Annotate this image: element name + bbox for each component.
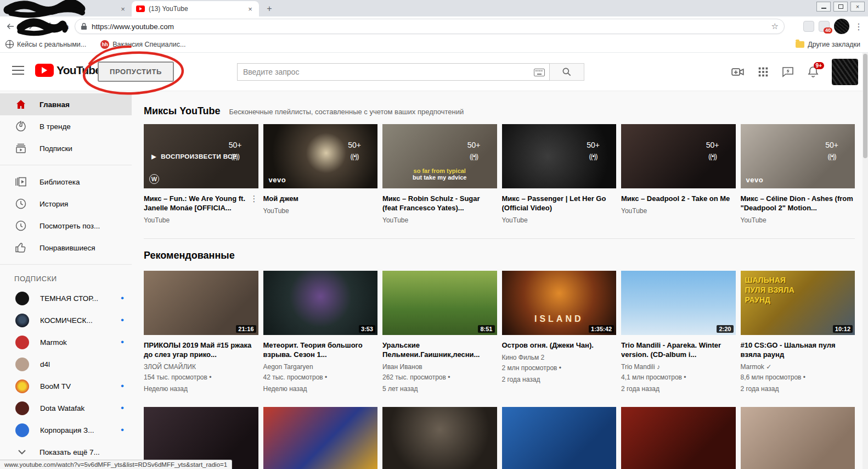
- video-channel[interactable]: Trio Mandili ♪: [621, 363, 736, 371]
- skip-button[interactable]: ПРОПУСТИТЬ: [98, 62, 174, 82]
- sidebar-item-home[interactable]: Главная: [0, 93, 132, 115]
- mix-card[interactable]: 50+ ((•)) so far from typical but take m…: [382, 124, 497, 224]
- video-card[interactable]: ISLAND 1:35:42 Остров огня. (Джеки Чан).…: [502, 271, 617, 394]
- video-thumbnail[interactable]: [621, 407, 736, 469]
- home-button[interactable]: ⌂: [58, 18, 75, 35]
- video-thumbnail[interactable]: 2:20: [621, 271, 736, 335]
- mix-card[interactable]: 50+ ((•)) vevo Мой джем YouTube: [263, 124, 378, 224]
- video-channel[interactable]: ЗЛОЙ СМАЙЛИК: [144, 363, 258, 371]
- mix-thumbnail[interactable]: 50+ ((•)) vevo: [263, 124, 378, 188]
- create-video-button[interactable]: [731, 65, 745, 79]
- scrollbar[interactable]: [863, 53, 868, 469]
- video-thumbnail[interactable]: [502, 407, 617, 469]
- forward-button[interactable]: [21, 18, 37, 35]
- mix-card-channel[interactable]: YouTube: [502, 216, 617, 224]
- messages-button[interactable]: [781, 65, 794, 79]
- video-title[interactable]: Trio Mandili - Apareka. Winter version. …: [621, 340, 736, 359]
- mix-thumbnail[interactable]: 50+ ((•)) vevo: [741, 124, 855, 188]
- new-tab-button[interactable]: +: [262, 2, 277, 16]
- apps-button[interactable]: [757, 66, 769, 78]
- video-thumbnail[interactable]: [741, 407, 855, 469]
- mix-card-title[interactable]: Микс – Deadpool 2 - Take on Me: [621, 194, 736, 203]
- mix-card[interactable]: ▶ ВОСПРОИЗВЕСТИ ВСЕ 50+ ((•)) W Микс – F…: [144, 124, 258, 224]
- video-card[interactable]: 8:51 Уральские Пельмени.Гаишник,лесни...…: [382, 271, 497, 394]
- sidebar-item-history[interactable]: История: [0, 193, 132, 215]
- subscription-channel[interactable]: КОСМИЧЕСК... •: [0, 309, 132, 331]
- video-channel[interactable]: Aegon Targaryen: [263, 363, 378, 371]
- video-thumbnail[interactable]: 8:51: [382, 271, 497, 335]
- bookmark-item-2[interactable]: hh Вакансия Специалис...: [100, 40, 185, 49]
- sidebar-item-library[interactable]: Библиотека: [0, 171, 132, 193]
- mix-thumbnail[interactable]: 50+ ((•)): [621, 124, 736, 188]
- mix-card-title[interactable]: Микс – Céline Dion - Ashes (from "Deadpo…: [741, 194, 855, 213]
- video-thumbnail[interactable]: 21:16: [144, 271, 258, 335]
- extension-icon-2[interactable]: 40: [819, 21, 830, 32]
- video-title[interactable]: Метеорит. Теория большого взрыва. Сезон …: [263, 340, 378, 359]
- mix-card-title[interactable]: Мой джем: [263, 194, 378, 203]
- window-close-button[interactable]: ×: [850, 2, 865, 12]
- guide-menu-button[interactable]: [12, 66, 24, 75]
- bookmark-star-icon[interactable]: ☆: [771, 21, 779, 31]
- other-bookmarks-button[interactable]: Другие закладки: [796, 41, 860, 48]
- card-menu-icon[interactable]: ⋮: [250, 194, 258, 213]
- bookmark-item-1[interactable]: Кейсы с реальными...: [5, 40, 86, 48]
- mix-thumbnail[interactable]: ▶ ВОСПРОИЗВЕСТИ ВСЕ 50+ ((•)) W: [144, 124, 258, 188]
- video-title[interactable]: ПРИКОЛЫ 2019 Май #15 ржака до слез угар …: [144, 340, 258, 359]
- back-button[interactable]: [2, 18, 19, 35]
- tab-2-close-icon[interactable]: ×: [246, 4, 255, 13]
- search-button[interactable]: [549, 63, 584, 81]
- mix-thumbnail[interactable]: 50+ ((•)) so far from typical but take m…: [382, 124, 497, 188]
- subscription-channel[interactable]: Корпорация З... •: [0, 419, 132, 441]
- video-card[interactable]: 21:16 ПРИКОЛЫ 2019 Май #15 ржака до слез…: [144, 271, 258, 394]
- reload-button[interactable]: [40, 18, 56, 35]
- subscription-channel[interactable]: Marmok •: [0, 331, 132, 353]
- mix-card-title[interactable]: Микс – Fun.: We Are Young ft. Janelle Mo…: [144, 194, 247, 213]
- video-thumbnail[interactable]: [382, 407, 497, 469]
- notifications-button[interactable]: 9+: [807, 65, 820, 79]
- video-card[interactable]: ШАЛЬНАЯ ПУЛЯ ВЗЯЛА РАУНД 10:12 #10 CS:GO…: [741, 271, 855, 394]
- video-title[interactable]: #10 CS:GO - Шальная пуля взяла раунд: [741, 340, 855, 359]
- video-thumbnail[interactable]: 3:53: [263, 271, 378, 335]
- mix-card-title[interactable]: Микс – Passenger | Let Her Go (Official …: [502, 194, 617, 213]
- video-title[interactable]: Уральские Пельмени.Гаишник,лесни...: [382, 340, 497, 359]
- mix-thumbnail[interactable]: 50+ ((•)): [502, 124, 617, 188]
- mix-card[interactable]: 50+ ((•)) vevo Микс – Céline Dion - Ashe…: [741, 124, 855, 224]
- scrollbar-thumb[interactable]: [863, 54, 867, 158]
- subscription-channel[interactable]: BooM TV •: [0, 375, 132, 397]
- subscription-channel[interactable]: Dota Watafak •: [0, 397, 132, 419]
- mix-card-channel[interactable]: YouTube: [144, 216, 258, 224]
- video-thumbnail[interactable]: ISLAND 1:35:42: [502, 271, 617, 335]
- subscription-channel[interactable]: d4l: [0, 353, 132, 375]
- mix-card[interactable]: 50+ ((•)) Микс – Deadpool 2 - Take on Me…: [621, 124, 736, 224]
- search-input[interactable]: [238, 64, 549, 80]
- subscription-channel[interactable]: ТЕМНАЯ СТОР... •: [0, 287, 132, 309]
- extension-icon-1[interactable]: [803, 21, 814, 32]
- tab-1-close-icon[interactable]: ×: [119, 4, 127, 13]
- mix-card[interactable]: 50+ ((•)) Микс – Passenger | Let Her Go …: [502, 124, 617, 224]
- sidebar-item-watch-later[interactable]: Посмотреть поз...: [0, 215, 132, 237]
- video-thumbnail[interactable]: [263, 407, 378, 469]
- mix-card-channel[interactable]: YouTube: [263, 207, 378, 215]
- video-channel[interactable]: Кино Фильм 2: [502, 354, 617, 361]
- mix-card-title[interactable]: Микс – Robin Schulz - Sugar (feat France…: [382, 194, 497, 213]
- mix-card-channel[interactable]: YouTube: [621, 207, 736, 215]
- video-title[interactable]: Остров огня. (Джеки Чан).: [502, 340, 617, 350]
- browser-menu-button[interactable]: ⋮: [854, 21, 864, 32]
- youtube-profile-avatar[interactable]: [832, 59, 858, 85]
- browser-profile-avatar[interactable]: [834, 19, 849, 34]
- sidebar-item-subscriptions[interactable]: Подписки: [0, 137, 132, 159]
- minimize-button[interactable]: [816, 2, 831, 12]
- video-channel[interactable]: Marmok ✓: [741, 363, 855, 371]
- sidebar-item-liked[interactable]: Понравившиеся: [0, 237, 132, 259]
- browser-tab-1[interactable]: ×: [4, 1, 132, 16]
- mix-card-channel[interactable]: YouTube: [382, 216, 497, 224]
- video-card[interactable]: 2:20 Trio Mandili - Apareka. Winter vers…: [621, 271, 736, 394]
- sidebar-item-trending[interactable]: В тренде: [0, 115, 132, 137]
- video-card[interactable]: 3:53 Метеорит. Теория большого взрыва. С…: [263, 271, 378, 394]
- keyboard-icon[interactable]: [534, 69, 545, 76]
- mix-card-channel[interactable]: YouTube: [741, 216, 855, 224]
- video-thumbnail[interactable]: ШАЛЬНАЯ ПУЛЯ ВЗЯЛА РАУНД 10:12: [741, 271, 855, 335]
- browser-tab-youtube[interactable]: (13) YouTube ×: [132, 1, 259, 16]
- url-text[interactable]: https://www.youtube.com: [92, 23, 771, 31]
- address-bar[interactable]: https://www.youtube.com ☆: [75, 19, 785, 34]
